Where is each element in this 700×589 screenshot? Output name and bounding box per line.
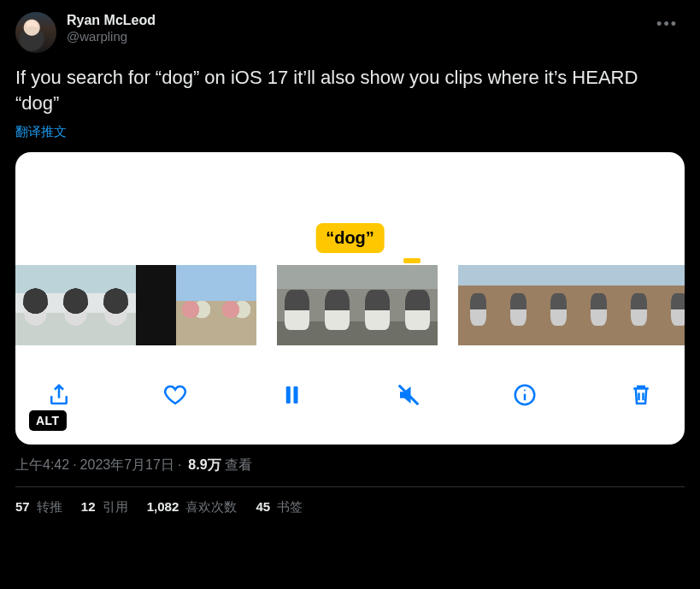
thumbnail — [176, 265, 216, 345]
thumbnail — [136, 265, 176, 345]
retweets-count: 57 — [15, 499, 30, 514]
pause-icon[interactable] — [277, 380, 306, 409]
likes-stat[interactable]: 1,082 喜欢次数 — [147, 499, 238, 515]
alt-badge[interactable]: ALT — [29, 410, 67, 431]
heart-icon[interactable] — [161, 380, 190, 409]
views-label: 查看 — [225, 456, 252, 474]
thumbnail — [56, 265, 96, 345]
meta-sep: · — [73, 457, 76, 473]
quotes-stat[interactable]: 12 引用 — [81, 499, 128, 515]
retweets-label: 转推 — [33, 499, 62, 514]
media-toolbar — [15, 345, 685, 445]
svg-rect-0 — [286, 386, 291, 403]
thumbnail — [96, 265, 136, 345]
thumbnail — [659, 265, 685, 345]
handle[interactable]: @warpling — [67, 29, 156, 45]
thumbnail — [216, 265, 256, 345]
meta-sep: · — [178, 457, 181, 473]
tweet-date[interactable]: 2023年7月17日 — [80, 456, 174, 474]
mute-icon[interactable] — [394, 380, 423, 409]
more-icon[interactable]: ••• — [650, 12, 685, 37]
media-card[interactable]: “dog” — [15, 152, 685, 445]
svg-point-5 — [524, 390, 526, 392]
author-names: Ryan McLeod @warpling — [67, 12, 156, 45]
likes-label: 喜欢次数 — [182, 499, 237, 514]
share-icon[interactable] — [44, 380, 74, 409]
bookmarks-stat[interactable]: 45 书签 — [256, 499, 303, 515]
avatar[interactable] — [15, 12, 56, 53]
likes-count: 1,082 — [147, 499, 179, 514]
tweet-meta: 上午4:42 · 2023年7月17日 · 8.9万 查看 — [15, 456, 685, 474]
thumbnail — [15, 265, 56, 345]
display-name[interactable]: Ryan McLeod — [67, 12, 156, 29]
video-timeline[interactable] — [15, 265, 685, 345]
retweets-stat[interactable]: 57 转推 — [15, 499, 62, 515]
thumbnail — [317, 265, 357, 345]
info-icon[interactable] — [510, 380, 539, 409]
thumbnail — [498, 265, 538, 345]
clip-group-1[interactable] — [15, 265, 256, 345]
timeline-marker — [403, 258, 421, 263]
bookmarks-label: 书签 — [274, 499, 303, 514]
quotes-label: 引用 — [99, 499, 128, 514]
clip-group-2[interactable] — [277, 265, 438, 345]
thumbnail — [538, 265, 579, 345]
thumbnail — [619, 265, 659, 345]
tweet-stats: 57 转推 12 引用 1,082 喜欢次数 45 书签 — [15, 499, 685, 515]
thumbnail — [458, 265, 498, 345]
clip-group-3[interactable] — [458, 265, 685, 345]
translate-link[interactable]: 翻译推文 — [15, 124, 685, 140]
tweet-text: If you search for “dog” on iOS 17 it’ll … — [15, 65, 685, 115]
media-top-area: “dog” — [15, 152, 685, 265]
tweet-time[interactable]: 上午4:42 — [15, 456, 69, 474]
thumbnail — [579, 265, 619, 345]
divider — [15, 486, 685, 487]
search-term-badge: “dog” — [315, 223, 385, 253]
bookmarks-count: 45 — [256, 499, 270, 514]
thumbnail — [397, 265, 438, 345]
views-count[interactable]: 8.9万 — [188, 456, 221, 474]
thumbnail — [357, 265, 397, 345]
quotes-count: 12 — [81, 499, 96, 514]
trash-icon[interactable] — [626, 380, 656, 409]
tweet-header: Ryan McLeod @warpling ••• — [15, 12, 685, 53]
svg-rect-1 — [294, 386, 298, 403]
thumbnail — [277, 265, 317, 345]
